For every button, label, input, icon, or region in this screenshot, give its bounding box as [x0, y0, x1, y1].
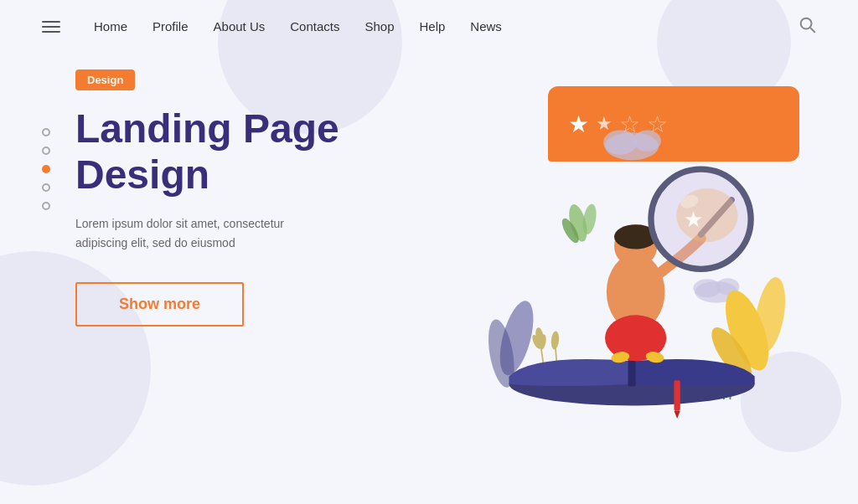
dot-4[interactable] [42, 183, 50, 192]
svg-line-1 [810, 28, 814, 32]
svg-point-4 [633, 130, 661, 152]
dot-2[interactable] [42, 147, 50, 155]
nav-profile[interactable]: Profile [152, 19, 189, 33]
nav-links: Home Profile About Us Contacts Shop Help… [94, 19, 798, 34]
nav-help[interactable]: Help [420, 19, 446, 33]
svg-point-3 [603, 130, 637, 154]
svg-rect-25 [628, 359, 635, 386]
search-icon[interactable] [798, 15, 816, 38]
svg-marker-27 [674, 411, 680, 419]
nav-shop[interactable]: Shop [364, 19, 394, 33]
dot-3[interactable] [42, 165, 50, 173]
main-content: Design Landing Page Design Lorem ipsum d… [0, 53, 858, 498]
show-more-button[interactable]: Show more [75, 282, 244, 327]
hero-description: Lorem ipsum dolor sit amet, consectetur … [75, 214, 310, 252]
dot-5[interactable] [42, 202, 50, 210]
svg-text:★: ★ [684, 208, 703, 231]
hero-illustration: ★ ★ ☆ ☆ [394, 53, 816, 455]
nav-about-us[interactable]: About Us [214, 19, 266, 33]
dot-1[interactable] [42, 128, 50, 136]
hero-headline: Landing Page Design [75, 105, 394, 198]
svg-rect-26 [674, 380, 680, 411]
slide-indicators [42, 128, 50, 210]
hero-content: Design Landing Page Design Lorem ipsum d… [75, 61, 394, 327]
hamburger-menu[interactable] [42, 21, 60, 33]
svg-point-18 [550, 331, 560, 350]
nav-news[interactable]: News [470, 19, 502, 33]
navbar: Home Profile About Us Contacts Shop Help… [0, 0, 858, 53]
badge-design: Design [75, 69, 135, 90]
nav-home[interactable]: Home [94, 19, 127, 33]
main-illustration-svg: ★ [394, 53, 816, 455]
nav-contacts[interactable]: Contacts [290, 19, 339, 33]
